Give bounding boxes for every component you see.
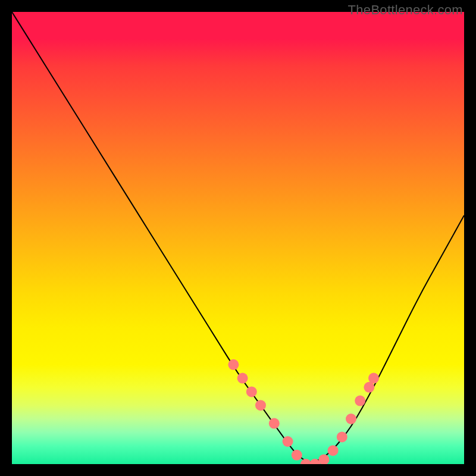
- bottleneck-curve-line: [12, 12, 464, 462]
- svg-point-6: [292, 450, 302, 461]
- marker-dots: [228, 359, 379, 464]
- svg-point-13: [355, 396, 365, 406]
- svg-point-3: [255, 400, 266, 411]
- svg-point-0: [228, 359, 239, 370]
- svg-point-10: [328, 445, 339, 456]
- svg-point-7: [300, 459, 311, 464]
- svg-point-11: [337, 431, 347, 442]
- svg-point-5: [283, 436, 293, 447]
- svg-point-9: [318, 454, 329, 464]
- svg-point-12: [346, 414, 356, 424]
- watermark-text: TheBottleneck.com: [348, 2, 463, 18]
- svg-point-1: [237, 373, 248, 384]
- svg-point-15: [368, 373, 379, 384]
- chart-svg: [12, 12, 464, 464]
- svg-point-2: [246, 386, 257, 397]
- svg-point-4: [269, 418, 280, 429]
